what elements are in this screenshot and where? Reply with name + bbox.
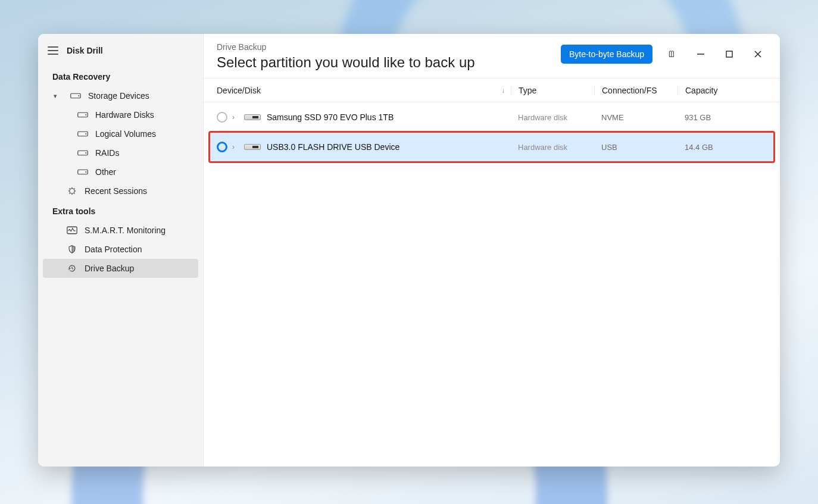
sidebar-item-smart[interactable]: S.M.A.R.T. Monitoring xyxy=(43,221,198,240)
sidebar-section-extra-tools: Extra tools xyxy=(38,201,203,221)
device-capacity: 14.4 GB xyxy=(677,143,767,152)
device-name: Samsung SSD 970 EVO Plus 1TB xyxy=(267,112,511,122)
column-type[interactable]: Type xyxy=(511,86,594,95)
app-title-row: Disk Drill xyxy=(38,46,203,66)
drive-icon xyxy=(77,149,88,157)
minimize-button[interactable] xyxy=(692,45,710,63)
table-row[interactable]: › Samsung SSD 970 EVO Plus 1TB Hardware … xyxy=(210,102,774,132)
header-actions: Byte-to-byte Backup xyxy=(561,42,767,64)
sidebar-item-drive-backup[interactable]: Drive Backup xyxy=(43,259,198,278)
device-connection: USB xyxy=(594,143,677,152)
sidebar-item-label: Recent Sessions xyxy=(85,186,147,196)
sidebar-item-data-protection[interactable]: Data Protection xyxy=(43,240,198,259)
sidebar-item-raids[interactable]: RAIDs xyxy=(43,143,198,162)
sidebar-item-logical-volumes[interactable]: Logical Volumes xyxy=(43,124,198,143)
chevron-down-icon: ▾ xyxy=(54,92,60,100)
byte-to-byte-backup-button[interactable]: Byte-to-byte Backup xyxy=(561,45,652,64)
svg-rect-12 xyxy=(726,51,732,57)
column-connection[interactable]: Connection/FS xyxy=(594,86,677,95)
drive-icon xyxy=(77,168,88,176)
svg-point-6 xyxy=(85,152,86,154)
sidebar-item-other[interactable]: Other xyxy=(43,162,198,181)
header: Drive Backup Select partition you would … xyxy=(204,34,780,79)
svg-point-2 xyxy=(85,114,86,115)
monitor-icon xyxy=(67,226,77,234)
table-header: Device/Disk ↓ Type Connection/FS Capacit… xyxy=(204,79,780,102)
sidebar-section-data-recovery: Data Recovery xyxy=(38,66,203,86)
svg-point-4 xyxy=(85,133,86,134)
app-window: Disk Drill Data Recovery ▾ Storage Devic… xyxy=(38,34,780,467)
sidebar-item-label: Data Protection xyxy=(85,245,142,254)
drive-icon xyxy=(244,144,261,150)
column-device[interactable]: Device/Disk ↓ xyxy=(217,86,511,95)
device-type: Hardware disk xyxy=(511,143,594,152)
sidebar-item-label: S.M.A.R.T. Monitoring xyxy=(85,226,166,235)
sidebar-item-label: Storage Devices xyxy=(88,91,149,101)
drive-icon xyxy=(244,114,261,120)
svg-point-9 xyxy=(70,189,74,193)
main-panel: Drive Backup Select partition you would … xyxy=(204,34,780,467)
gear-icon xyxy=(67,187,77,195)
maximize-button[interactable] xyxy=(720,45,738,63)
table-row[interactable]: › USB3.0 FLASH DRIVE USB Device Hardware… xyxy=(210,132,774,162)
app-title: Disk Drill xyxy=(67,46,103,55)
svg-point-0 xyxy=(78,95,79,96)
book-icon[interactable] xyxy=(663,45,681,63)
sidebar-item-label: Hardware Disks xyxy=(95,110,154,120)
svg-point-8 xyxy=(85,171,86,173)
device-capacity: 931 GB xyxy=(677,113,767,122)
hamburger-icon[interactable] xyxy=(48,46,58,55)
sidebar-item-label: Other xyxy=(95,167,116,177)
shield-icon xyxy=(67,245,77,253)
header-left: Drive Backup Select partition you would … xyxy=(217,42,561,71)
chevron-right-icon[interactable]: › xyxy=(232,113,239,121)
device-connection: NVME xyxy=(594,113,677,122)
page-title: Select partition you would like to back … xyxy=(217,54,561,71)
device-name: USB3.0 FLASH DRIVE USB Device xyxy=(267,142,511,152)
column-label: Device/Disk xyxy=(217,86,261,95)
sidebar-item-label: Drive Backup xyxy=(85,264,134,273)
sidebar-item-hardware-disks[interactable]: Hardware Disks xyxy=(43,105,198,124)
drive-icon xyxy=(70,92,81,100)
drive-icon xyxy=(77,130,88,138)
sidebar-item-storage-devices[interactable]: ▾ Storage Devices xyxy=(43,86,198,105)
chevron-right-icon[interactable]: › xyxy=(232,143,239,151)
sort-descending-icon: ↓ xyxy=(501,86,505,95)
sidebar-item-label: RAIDs xyxy=(95,148,119,158)
device-type: Hardware disk xyxy=(511,113,594,122)
close-button[interactable] xyxy=(749,45,767,63)
sidebar-item-recent-sessions[interactable]: Recent Sessions xyxy=(43,181,198,201)
table-body: › Samsung SSD 970 EVO Plus 1TB Hardware … xyxy=(204,102,780,162)
breadcrumb: Drive Backup xyxy=(217,42,561,52)
sidebar: Disk Drill Data Recovery ▾ Storage Devic… xyxy=(38,34,204,467)
column-capacity[interactable]: Capacity xyxy=(677,86,767,95)
sidebar-item-label: Logical Volumes xyxy=(95,129,156,139)
radio-unselected[interactable] xyxy=(217,112,227,123)
drive-icon xyxy=(77,111,88,119)
history-icon xyxy=(67,264,77,273)
radio-selected[interactable] xyxy=(217,142,227,152)
